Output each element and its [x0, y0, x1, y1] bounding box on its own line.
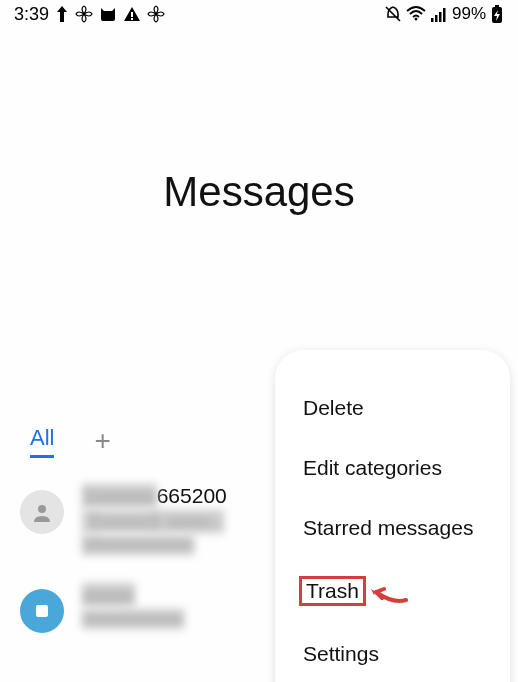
redacted-text: 1xxxxxx: [82, 484, 157, 508]
battery-charging-icon: [490, 4, 504, 24]
svg-point-2: [414, 18, 417, 21]
tab-all[interactable]: All: [30, 425, 54, 458]
pinwheel-icon: [75, 5, 93, 23]
redacted-text: 10xxxxxxxxxxx: [82, 535, 194, 555]
signal-icon: [430, 5, 448, 23]
svg-rect-1: [131, 18, 133, 20]
svg-rect-3: [431, 18, 434, 22]
sender-suffix: 665200: [157, 484, 227, 507]
svg-rect-5: [439, 12, 442, 22]
cat-icon: [99, 5, 117, 23]
svg-rect-10: [36, 605, 48, 617]
avatar: [20, 490, 64, 534]
svg-rect-4: [435, 15, 438, 22]
svg-rect-8: [495, 5, 499, 7]
status-time: 3:39: [14, 4, 49, 25]
page-title: Messages: [0, 168, 518, 216]
menu-starred-messages[interactable]: Starred messages: [275, 498, 510, 558]
mute-icon: [384, 5, 402, 23]
upload-icon: [55, 5, 69, 23]
battery-percent: 99%: [452, 4, 486, 24]
menu-delete[interactable]: Delete: [275, 378, 510, 438]
status-right: 99%: [384, 4, 504, 24]
menu-settings[interactable]: Settings: [275, 624, 510, 682]
avatar: [20, 589, 64, 633]
svg-rect-6: [443, 8, 446, 22]
tab-add[interactable]: +: [94, 425, 110, 457]
redacted-text: xxxxxxxxxxxx: [82, 609, 184, 629]
warning-icon: [123, 5, 141, 23]
wifi-icon: [406, 5, 426, 23]
svg-rect-0: [131, 12, 133, 17]
redacted-text: 【xxxxxx】xxxxx...: [82, 510, 224, 533]
status-left: 3:39: [14, 4, 165, 25]
svg-point-9: [38, 505, 46, 513]
redacted-text: xxxxx: [82, 583, 135, 607]
pinwheel-icon-2: [147, 5, 165, 23]
annotation-arrow-icon: [368, 580, 408, 614]
menu-edit-categories[interactable]: Edit categories: [275, 438, 510, 498]
highlight-box: Trash: [299, 576, 366, 606]
popup-menu: Delete Edit categories Starred messages …: [275, 350, 510, 682]
status-bar: 3:39 99%: [0, 0, 518, 28]
